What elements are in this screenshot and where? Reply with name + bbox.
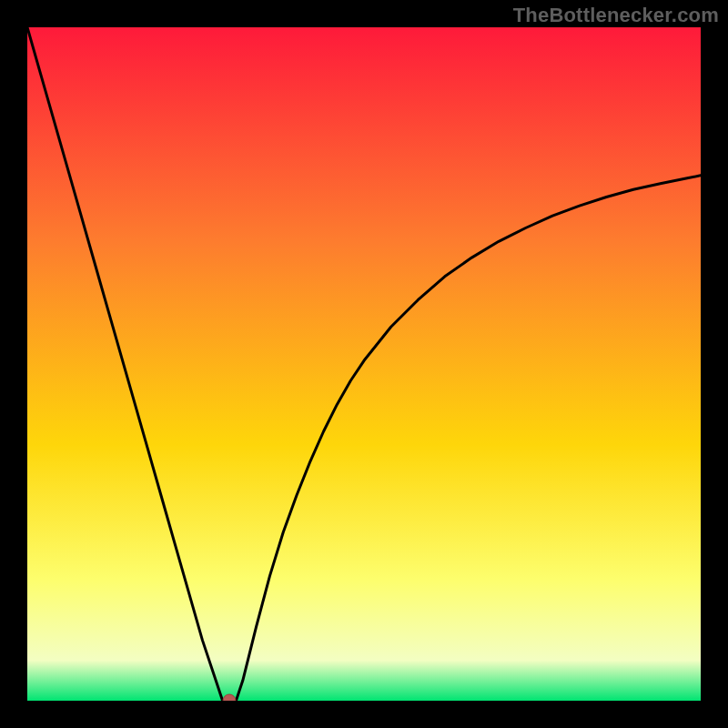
watermark-text: TheBottlenecker.com: [513, 4, 719, 27]
plot-area: [27, 27, 701, 701]
gradient-background: [27, 27, 701, 701]
bottleneck-curve-chart: [27, 27, 701, 701]
chart-frame: TheBottlenecker.com: [0, 0, 728, 728]
